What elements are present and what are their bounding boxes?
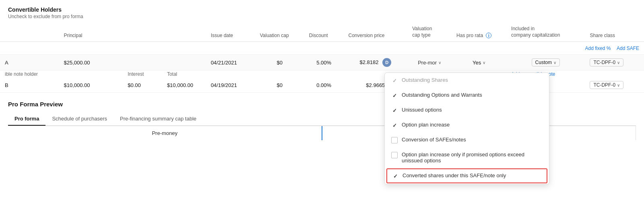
row-a-included: Custom ∨ — [506, 55, 585, 71]
table-row: A $25,000.00 04/21/2021 $0 5.00% $2.8182… — [0, 55, 644, 71]
check-converted-shares — [392, 173, 398, 179]
check-conversion-safes — [391, 137, 398, 143]
dropdown-label-outstanding-shares: Outstanding Shares — [402, 77, 448, 83]
tab-pro-forma[interactable]: Pro forma — [8, 112, 45, 126]
cap-type-dropdown[interactable]: Pre-mor∨ — [418, 60, 441, 66]
dropdown-item-unissued-options[interactable]: Unissued options — [385, 103, 549, 118]
dropdown-item-option-plan-promised[interactable]: Option plan increase only if promised op… — [385, 147, 549, 168]
chevron-down-icon: ∨ — [617, 83, 620, 87]
header-section: Convertible Holders Uncheck to exclude f… — [0, 0, 644, 23]
dropdown-label-outstanding-options: Outstanding Options and Warrants — [402, 92, 482, 98]
add-fixed-pct-link[interactable]: Add fixed % — [585, 46, 611, 51]
dropdown-label-conversion-safes: Conversion of SAFEs/notes — [402, 137, 466, 143]
th-interest — [123, 23, 162, 42]
pro-rata-dropdown[interactable]: Yes ∨ — [473, 60, 485, 66]
dropdown-menu: Outstanding Shares Outstanding Options a… — [384, 73, 549, 185]
add-safe-link[interactable]: Add SAFE — [617, 46, 639, 51]
pro-rata-info-icon[interactable]: i — [486, 33, 491, 38]
row-b-interest: $0.00 — [123, 78, 162, 93]
row-b-issue-date: 04/19/2021 — [206, 78, 255, 93]
row-b-principal: $10,000.00 — [59, 78, 123, 93]
page-subtitle: Uncheck to exclude from pro forma — [8, 14, 636, 19]
th-valuation-cap: Valuation cap — [255, 23, 304, 42]
th-has-pro-rata: Has pro rata i — [452, 23, 506, 42]
row-b-discount: 0.00% — [304, 78, 344, 93]
check-unissued-options — [391, 107, 398, 114]
custom-dropdown[interactable]: Custom ∨ — [532, 58, 560, 66]
badge-d: D — [382, 58, 391, 67]
dropdown-label-option-plan-increase: Option plan increase — [402, 122, 450, 128]
row-a-principal: $25,000.00 — [59, 55, 123, 71]
row-b-holder: B — [0, 78, 59, 93]
th-issue-date: Issue date — [206, 23, 255, 42]
check-option-plan-increase — [391, 122, 398, 129]
page-wrapper: Convertible Holders Uncheck to exclude f… — [0, 0, 644, 224]
th-included-in-cap: Included incompany capitalization — [506, 23, 585, 42]
th-holder — [0, 23, 59, 42]
row-a-discount: 5.00% — [304, 55, 344, 71]
table-header-row: Principal Issue date Valuation cap Disco… — [0, 23, 644, 42]
row-b-total: $10,000.00 — [162, 78, 206, 93]
th-share-class: Share class — [585, 23, 644, 42]
dropdown-item-option-plan-increase[interactable]: Option plan increase — [385, 118, 549, 133]
dropdown-item-converted-shares[interactable]: Converted shares under this SAFE/note on… — [386, 168, 547, 183]
chevron-down-icon: ∨ — [617, 60, 620, 65]
chevron-down-icon: ∨ — [438, 60, 441, 65]
share-class-dropdown-b[interactable]: TC-DPF-0∨ — [590, 81, 623, 89]
th-conversion-price: Conversion price — [344, 23, 408, 42]
dropdown-item-outstanding-options[interactable]: Outstanding Options and Warrants — [385, 88, 549, 103]
th-discount: Discount — [304, 23, 344, 42]
dropdown-item-outstanding-shares[interactable]: Outstanding Shares — [385, 73, 549, 88]
th-principal: Principal — [59, 23, 123, 42]
check-outstanding-options — [391, 92, 398, 99]
tab-pre-financing[interactable]: Pre-financing summary cap table — [114, 112, 203, 126]
row-a-cap-type: Pre-mor∨ — [407, 55, 452, 71]
dropdown-item-conversion-safes[interactable]: Conversion of SAFEs/notes — [385, 133, 549, 147]
action-links-row: Add fixed % Add SAFE — [0, 42, 644, 55]
row-a-share-class: TC-DPF-0∨ — [585, 55, 644, 71]
row-a-holder: A — [0, 55, 59, 71]
row-a-valuation-cap: $0 — [255, 55, 304, 71]
row-a-pro-rata: Yes ∨ — [452, 55, 506, 71]
check-option-plan-promised — [391, 152, 398, 158]
row-a-issue-date: 04/21/2021 — [206, 55, 255, 71]
share-class-dropdown[interactable]: TC-DPF-0∨ — [590, 58, 623, 66]
pre-money-cell: Pre-money — [8, 126, 322, 140]
page-title: Convertible Holders — [8, 6, 636, 13]
th-valuation-cap-type: Valuationcap type — [407, 23, 452, 42]
subrow-label-interest: Interest — [123, 71, 162, 78]
subrow-label-space — [59, 71, 123, 78]
row-a-interest — [123, 55, 162, 71]
subrow-label-holder: ible note holder — [0, 71, 59, 78]
dropdown-label-unissued-options: Unissued options — [402, 107, 442, 113]
row-b-valuation-cap: $0 — [255, 78, 304, 93]
tab-schedule-purchasers[interactable]: Schedule of purchasers — [45, 112, 114, 126]
chevron-down-icon: ∨ — [483, 60, 485, 65]
row-b-share-class: TC-DPF-0∨ — [585, 78, 644, 93]
th-total — [162, 23, 206, 42]
row-a-conversion-price: $2.8182 D — [344, 55, 408, 71]
row-a-total — [162, 55, 206, 71]
dropdown-label-converted-shares: Converted shares under this SAFE/note on… — [402, 172, 506, 178]
subrow-label-total: Total — [162, 71, 206, 78]
dropdown-label-option-plan-promised: Option plan increase only if promised op… — [402, 151, 543, 164]
check-outstanding-shares — [391, 77, 398, 84]
chevron-down-icon: ∨ — [553, 60, 556, 65]
